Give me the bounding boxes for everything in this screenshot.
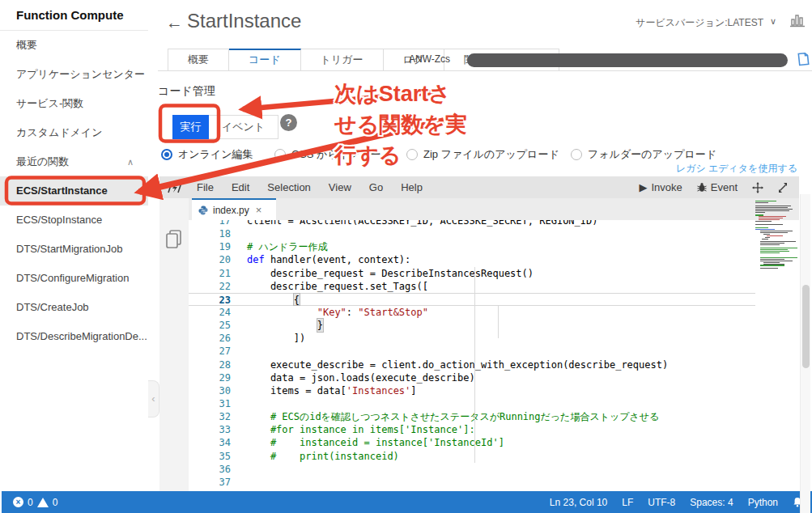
minimap-line — [760, 251, 789, 252]
status-spaces[interactable]: Spaces: 4 — [690, 497, 733, 508]
sidebar-item-ecs-startinstance[interactable]: ECS/StartInstance — [0, 176, 148, 206]
code-line-30[interactable]: 30 items = data['Instances'] — [189, 384, 755, 397]
files-explorer-icon[interactable] — [165, 229, 183, 250]
event-tab-button[interactable]: イベント — [209, 115, 278, 139]
move-icon[interactable] — [752, 182, 763, 193]
code-line-27[interactable]: 27 — [189, 345, 755, 358]
menu-go[interactable]: Go — [369, 181, 383, 193]
minimap-line — [755, 227, 768, 228]
sidebar-item-dts-configuremigration[interactable]: DTS/ConfigureMigration — [0, 264, 148, 293]
sidebar-item-ecs-stopinstance[interactable]: ECS/StopInstance — [0, 206, 148, 235]
run-event-switch: 実行 イベント — [172, 115, 278, 139]
code-token: } — [317, 319, 323, 332]
sidebar-item-dts-createjob[interactable]: DTS/CreateJob — [0, 293, 148, 322]
code-line-35[interactable]: 35 # print(instanceid) — [189, 450, 755, 463]
file-tab-indexpy[interactable]: index.py × — [192, 198, 276, 220]
back-icon[interactable]: ← — [166, 13, 183, 32]
line-number: 28 — [189, 358, 247, 371]
sidebar-item--[interactable]: サービス-関数 — [0, 89, 148, 118]
code-token: describe_request.set_Tags([ — [247, 280, 428, 293]
code-line-22[interactable]: 22 describe_request.set_Tags([ — [189, 280, 755, 293]
radio-option[interactable]: オンライン編集 — [161, 147, 253, 162]
code-token: #for instance in items['Instance']: — [247, 423, 475, 436]
sidebar-item-label: サービス-関数 — [16, 97, 83, 109]
sidebar-item-dts-describemigrationde-[interactable]: DTS/DescribeMigrationDe... — [0, 322, 148, 351]
code-line-19[interactable]: 19# ハンドラー作成 — [189, 240, 755, 253]
problems-indicator[interactable]: × 0 0 — [2, 497, 57, 508]
editor-menu: FileEditSelectionViewGoHelp — [197, 181, 440, 193]
status-lf[interactable]: LF — [622, 497, 633, 508]
sidebar-item--[interactable]: アプリケーションセンター — [0, 60, 148, 89]
sidebar-item--[interactable]: カスタムドメイン — [0, 118, 148, 147]
code-line-29[interactable]: 29 data = json.loads(execute_describe) — [189, 371, 755, 384]
close-icon[interactable]: × — [256, 204, 262, 216]
line-number: 34 — [189, 436, 247, 449]
bar-chart-icon[interactable] — [789, 13, 806, 28]
code-token: # print(instanceid) — [247, 450, 399, 463]
radio-option[interactable]: Zip ファイルのアップロード — [406, 147, 559, 162]
sidebar-item-label: 最近の関数 — [16, 155, 69, 167]
status-ln[interactable]: Ln 23, Col 10 — [550, 497, 607, 508]
radio-label: フォルダーのアップロード — [588, 147, 716, 162]
error-count: 0 — [28, 497, 33, 508]
code-line-25[interactable]: 25 } — [189, 319, 755, 332]
tab-概要[interactable]: 概要 — [168, 49, 229, 71]
radio-option[interactable]: フォルダーのアップロード — [571, 147, 716, 162]
sidebar-item--[interactable]: 最近の関数∧ — [0, 147, 148, 176]
code-line-36[interactable]: 36 — [189, 463, 755, 476]
code-line-18[interactable]: 18 — [189, 227, 755, 240]
line-number: 22 — [189, 280, 247, 293]
vertical-scrollbar[interactable] — [800, 194, 810, 513]
code-line-28[interactable]: 28 execute_describe = client.do_action_w… — [189, 358, 755, 371]
code-line-32[interactable]: 32 # ECSのidを確認しつつネストさせたステータスがRunningだった場… — [189, 410, 755, 423]
radio-option[interactable]: OSS からインポート — [274, 147, 392, 162]
code-area[interactable]: 17client = AcsClient(ACCESSKEY_ID, ACCES… — [189, 220, 755, 491]
code-line-34[interactable]: 34 # instanceid = instance['InstanceId'] — [189, 436, 755, 449]
code-editor: FileEditSelectionViewGoHelp ▶ Invoke — [159, 176, 799, 491]
code-token — [247, 319, 317, 332]
menu-edit[interactable]: Edit — [232, 181, 249, 193]
code-line-26[interactable]: 26 ]) — [189, 332, 755, 345]
radio-label: OSS からインポート — [291, 147, 392, 162]
help-icon[interactable]: ? — [280, 114, 297, 131]
sidebar-item--[interactable]: 概要 — [0, 31, 148, 60]
menu-selection[interactable]: Selection — [267, 181, 310, 193]
code-line-24[interactable]: 24 "Key": "Start&Stop" — [189, 306, 755, 319]
chevron-up-icon[interactable]: ∧ — [127, 147, 134, 176]
status-utf8[interactable]: UTF-8 — [648, 497, 675, 508]
code-line-20[interactable]: 20def handler(event, context): — [189, 253, 755, 266]
code-line-37[interactable]: 37 — [189, 476, 755, 489]
scrollbar-thumb[interactable] — [802, 285, 810, 368]
event-button[interactable]: Event — [697, 181, 738, 193]
code-line-23[interactable]: 23 { — [189, 293, 755, 306]
invoke-button[interactable]: ▶ Invoke — [639, 181, 682, 193]
copy-document-icon[interactable] — [795, 50, 811, 68]
sidebar-item-label: DTS/CreateJob — [16, 301, 89, 313]
minimap-line — [763, 264, 784, 265]
code-line-21[interactable]: 21 describe_request = DescribeInstancesR… — [189, 267, 755, 280]
menu-view[interactable]: View — [329, 181, 351, 193]
code-line-17[interactable]: 17client = AcsClient(ACCESSKEY_ID, ACCES… — [189, 220, 755, 227]
menu-help[interactable]: Help — [401, 181, 423, 193]
run-button[interactable]: 実行 — [172, 115, 209, 139]
sidebar-item-dts-startmigrationjob[interactable]: DTS/StartMigrationJob — [0, 235, 148, 264]
menu-file[interactable]: File — [197, 181, 214, 193]
sidebar-item-label: DTS/DescribeMigrationDe... — [16, 330, 147, 342]
minimap-line — [755, 224, 783, 225]
line-number: 20 — [189, 253, 247, 266]
legacy-editor-link[interactable]: レガシ エディタを使用する — [676, 162, 797, 176]
code-token: : — [346, 306, 358, 319]
tab-トリガー[interactable]: トリガー — [301, 49, 384, 71]
status-python[interactable]: Python — [748, 497, 778, 508]
service-version-dropdown[interactable]: サービスバージョン:LATEST — [636, 16, 763, 30]
tab-コード[interactable]: コード — [229, 49, 301, 71]
code-token: ] — [410, 384, 416, 397]
sidebar-item-label: ECS/StopInstance — [16, 214, 102, 226]
minimap[interactable] — [755, 201, 797, 278]
code-line-33[interactable]: 33 #for instance in items['Instance']: — [189, 423, 755, 436]
minimap-line — [760, 232, 788, 233]
code-token: # ハンドラー作成 — [247, 240, 328, 253]
expand-icon[interactable] — [778, 183, 788, 193]
code-line-31[interactable]: 31 — [189, 397, 755, 410]
radio-icon — [406, 149, 418, 160]
